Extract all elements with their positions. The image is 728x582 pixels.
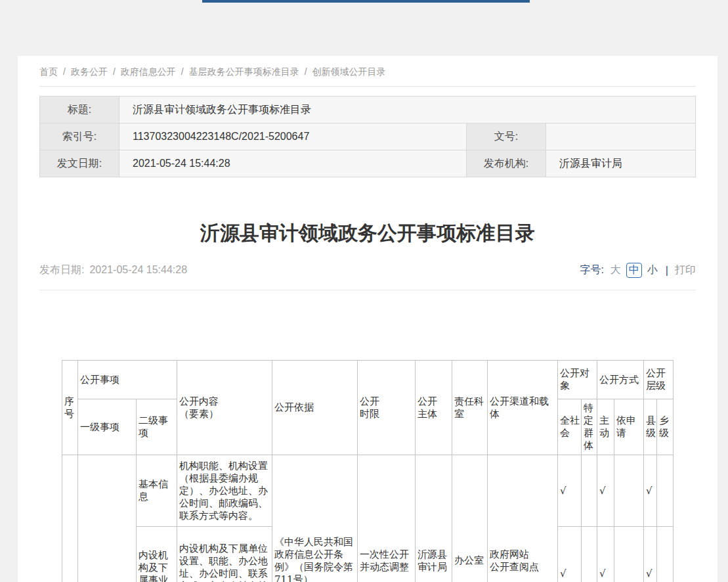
font-size-large-button[interactable]: 大: [610, 263, 621, 277]
col-header-whole-society: 全社 会: [558, 399, 582, 455]
col-header-level2-item: 二级事 项: [137, 399, 177, 455]
col-header-specific-group: 特 定 群 体: [582, 399, 597, 455]
meta-row-title: 标题: 沂源县审计领域政务公开事项标准目录: [40, 97, 696, 123]
cell-level2-item: 内设机 构及下 属事业 单位: [137, 527, 177, 582]
breadcrumb-separator: /: [113, 66, 116, 77]
cell-channel: 政府网站 公开查阅点: [488, 455, 558, 582]
col-header-serial: 序 号: [62, 361, 78, 455]
breadcrumb: 首页/政务公开/政府信息公开/基层政务公开事项标准目录/创新领域公开目录: [39, 56, 696, 87]
page-title: 沂源县审计领域政务公开事项标准目录: [39, 222, 696, 244]
article-meta-row: 发布日期:2021-05-24 15:44:28 字号: 大 中 小 | 打印: [39, 263, 696, 290]
breadcrumb-separator: /: [305, 66, 307, 77]
meta-value-docnum: [546, 123, 696, 150]
breadcrumb-home[interactable]: 首页: [39, 66, 58, 77]
meta-label-issue-date: 发文日期:: [40, 150, 119, 177]
cell-check-specific-group: [582, 527, 597, 582]
cell-check-whole-society: √: [558, 527, 582, 582]
meta-value-index: 11370323004223148C/2021-5200647: [119, 123, 467, 150]
col-header-on-request: 依申 请: [614, 399, 644, 455]
col-header-content: 公开内容 （要素）: [177, 361, 272, 455]
meta-value-issue-date: 2021-05-24 15:44:28: [119, 150, 467, 177]
publish-date-label: 发布日期:: [39, 264, 84, 275]
disclosure-catalog-table: 序 号 公开事项 公开内容 （要素） 公开依据 公开 时限 公开 主体 责任科 …: [62, 360, 674, 582]
col-header-disclosure-item: 公开事项: [78, 361, 177, 399]
meta-row-date: 发文日期: 2021-05-24 15:44:28 发布机构: 沂源县审计局: [40, 150, 696, 177]
cell-department: 办公室: [452, 455, 488, 582]
cell-check-whole-society: √: [558, 455, 582, 527]
col-header-department: 责任科 室: [452, 361, 488, 455]
meta-label-agency: 发布机构:: [467, 150, 546, 177]
breadcrumb-chuangxin[interactable]: 创新领域公开目录: [312, 66, 386, 77]
meta-row-index: 索引号: 11370323004223148C/2021-5200647 文号:: [40, 123, 696, 150]
cell-check-county: √: [644, 455, 657, 527]
cell-time-limit: 一次性公开 并动态调整: [358, 455, 416, 582]
cell-content: 机构职能、机构设置（根据县委编办规定）、办公地址、办公时间、邮政编码、联系方式等…: [177, 455, 272, 527]
cell-basis: 《中华人民共和国政府信息公开条例》（国务院令第711号）: [272, 455, 358, 582]
breadcrumb-separator: /: [63, 66, 66, 77]
col-header-method: 公开方式: [597, 361, 644, 399]
col-header-proactive: 主 动: [597, 399, 614, 455]
col-header-level1-item: 一级事项: [78, 399, 137, 455]
cell-level1-item: [78, 455, 137, 582]
publish-date-value: 2021-05-24 15:44:28: [89, 264, 187, 275]
meta-label-index: 索引号:: [40, 123, 119, 150]
meta-value-title: 沂源县审计领域政务公开事项标准目录: [119, 97, 696, 123]
col-header-level: 公开 层级: [644, 361, 674, 399]
document-meta-table: 标题: 沂源县审计领域政务公开事项标准目录 索引号: 1137032300422…: [39, 96, 696, 177]
meta-value-agency: 沂源县审计局: [546, 150, 696, 177]
meta-label-docnum: 文号:: [467, 123, 546, 150]
col-header-target: 公开对 象: [558, 361, 597, 399]
cell-level2-item: 基本信 息: [137, 455, 177, 527]
cell-check-township: [657, 455, 674, 527]
col-header-county: 县 级: [644, 399, 657, 455]
cell-check-township: [657, 527, 674, 582]
cell-check-specific-group: [582, 455, 597, 527]
meta-label-title: 标题:: [40, 97, 119, 123]
col-header-subject: 公开 主体: [416, 361, 452, 455]
cell-check-proactive: √: [597, 455, 614, 527]
breadcrumb-zhengwu[interactable]: 政务公开: [71, 66, 108, 77]
font-size-label: 字号:: [580, 263, 603, 277]
cell-check-county: √: [644, 527, 657, 582]
content-card: 首页/政务公开/政府信息公开/基层政务公开事项标准目录/创新领域公开目录 标题:…: [18, 56, 717, 582]
breadcrumb-separator: /: [181, 66, 184, 77]
font-size-medium-button[interactable]: 中: [626, 263, 642, 278]
cell-check-on-request: [614, 455, 644, 527]
cell-check-proactive: √: [597, 527, 614, 582]
breadcrumb-jiceng[interactable]: 基层政务公开事项标准目录: [189, 66, 299, 77]
print-button[interactable]: 打印: [675, 263, 696, 277]
font-size-control: 字号: 大 中 小 | 打印: [580, 263, 696, 278]
cell-serial: [62, 455, 78, 582]
top-nav-accent-bar: [202, 0, 530, 3]
cell-subject: 沂源县 审计局: [416, 455, 452, 582]
col-header-channel: 公开渠道和载 体: [488, 361, 558, 455]
publish-date: 发布日期:2021-05-24 15:44:28: [39, 263, 187, 277]
cell-content: 内设机构及下属单位设置、职能、办公地址、办公时间、联系方式、负责人姓名等内容。: [177, 527, 272, 582]
col-header-basis: 公开依据: [272, 361, 358, 455]
font-size-divider: |: [666, 265, 668, 277]
font-size-small-button[interactable]: 小: [647, 263, 658, 277]
cell-check-on-request: [614, 527, 644, 582]
page: 首页/政务公开/政府信息公开/基层政务公开事项标准目录/创新领域公开目录 标题:…: [0, 0, 728, 582]
catalog-header-row-1: 序 号 公开事项 公开内容 （要素） 公开依据 公开 时限 公开 主体 责任科 …: [62, 361, 674, 399]
catalog-row-basic-info: 基本信 息 机构职能、机构设置（根据县委编办规定）、办公地址、办公时间、邮政编码…: [62, 455, 674, 527]
col-header-time-limit: 公开 时限: [358, 361, 416, 455]
breadcrumb-xinxi[interactable]: 政府信息公开: [121, 66, 176, 77]
col-header-township: 乡 级: [657, 399, 674, 455]
